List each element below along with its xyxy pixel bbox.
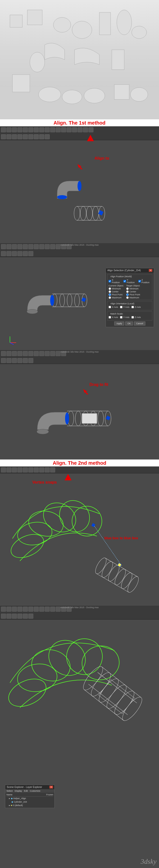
tool-btn[interactable] (28, 358, 33, 363)
pipe-elbow[interactable] (52, 176, 87, 204)
tool-btn[interactable] (56, 127, 61, 132)
tool-btn[interactable] (45, 467, 50, 472)
tool-btn[interactable] (28, 351, 33, 356)
radio-max[interactable]: Maximum (126, 297, 140, 299)
tool-btn[interactable] (18, 251, 22, 256)
cancel-button[interactable]: Cancel (134, 321, 145, 326)
tool-btn[interactable] (6, 251, 11, 256)
tool-btn[interactable] (6, 614, 11, 619)
x-scale-checkbox[interactable]: X Axis (108, 316, 118, 318)
tool-btn[interactable] (67, 127, 71, 132)
z-pos-checkbox[interactable]: Z Position (138, 279, 151, 284)
y-scale-checkbox[interactable]: Y Axis (120, 316, 129, 318)
tool-btn[interactable] (12, 607, 17, 612)
tool-btn[interactable] (28, 467, 33, 472)
tool-btn[interactable] (34, 127, 39, 132)
tool-btn[interactable] (18, 614, 22, 619)
tool-btn[interactable] (50, 244, 55, 249)
tool-btn[interactable] (18, 134, 22, 139)
viewport-1[interactable]: Align to (0, 126, 159, 243)
tool-btn[interactable] (39, 127, 44, 132)
tool-btn[interactable] (18, 467, 22, 472)
dialog-titlebar[interactable]: Align Selection (Cylinder_154) × (106, 268, 154, 273)
tool-btn[interactable] (1, 467, 6, 472)
tool-btn[interactable] (83, 127, 88, 132)
radio-pivot[interactable]: Pivot Point (108, 293, 124, 296)
tool-btn[interactable] (23, 244, 28, 249)
pipes-drag[interactable] (32, 402, 122, 444)
wire-joined[interactable] (2, 628, 157, 777)
tool-btn[interactable] (23, 614, 28, 619)
tool-btn[interactable] (39, 244, 44, 249)
tool-btn[interactable] (39, 467, 44, 472)
tool-btn[interactable] (12, 127, 17, 132)
tool-btn[interactable] (34, 351, 39, 356)
menu-item[interactable]: Display (15, 790, 22, 792)
viewport-2[interactable]: Autodesk 3ds Max 2015 - Ducting.max Alig… (0, 243, 159, 350)
tool-btn[interactable] (1, 358, 6, 363)
tool-btn[interactable] (12, 467, 17, 472)
tool-btn[interactable] (1, 134, 6, 139)
tool-btn[interactable] (34, 134, 39, 139)
tool-btn[interactable] (34, 607, 39, 612)
tool-btn[interactable] (77, 127, 83, 132)
tool-btn[interactable] (28, 134, 33, 139)
menu-item[interactable]: Edit (24, 790, 28, 792)
tool-btn[interactable] (12, 134, 17, 139)
menu-item[interactable]: Customize (30, 790, 40, 792)
tool-btn[interactable] (1, 614, 6, 619)
tool-btn[interactable] (39, 607, 44, 612)
radio-center[interactable]: Center (108, 290, 124, 293)
tool-btn[interactable] (6, 467, 11, 472)
tool-btn[interactable] (45, 351, 50, 356)
x-pos-checkbox[interactable]: X Position (108, 279, 122, 284)
radio-min[interactable]: Minimum (126, 287, 140, 290)
tool-btn[interactable] (50, 607, 55, 612)
z-axis-checkbox[interactable]: Z Axis (131, 306, 141, 308)
toolbar-2[interactable]: Autodesk 3ds Max 2015 - Ducting.max (0, 243, 159, 257)
y-axis-checkbox[interactable]: Y Axis (120, 306, 129, 308)
tool-btn[interactable] (39, 134, 44, 139)
tool-btn[interactable] (72, 127, 77, 132)
tool-btn[interactable] (34, 467, 39, 472)
toolbar-3[interactable]: Autodesk 3ds Max 2015 - Ducting.max (0, 350, 159, 364)
radio-max[interactable]: Maximum (108, 297, 124, 299)
tool-btn[interactable] (1, 607, 6, 612)
tool-btn[interactable] (6, 351, 11, 356)
tool-btn[interactable] (18, 127, 22, 132)
tool-btn[interactable] (23, 467, 28, 472)
x-axis-checkbox[interactable]: X Axis (108, 306, 118, 308)
viewport-4[interactable]: Vertex snaps blue box to blue box (0, 466, 159, 606)
viewport-5[interactable]: Autodesk 3ds Max 2015 - Ducting.max (0, 606, 159, 868)
tool-btn[interactable] (6, 607, 11, 612)
tool-btn[interactable] (1, 244, 6, 249)
tool-btn[interactable] (28, 614, 33, 619)
tool-btn[interactable] (12, 614, 17, 619)
toolbar-4[interactable] (0, 466, 159, 473)
tool-btn[interactable] (28, 607, 33, 612)
tool-btn[interactable] (18, 358, 22, 363)
close-icon[interactable]: × (149, 269, 152, 272)
list-item[interactable]: ◆ Cylinder_154 (6, 800, 53, 804)
wire-scene[interactable] (5, 489, 154, 603)
tool-btn[interactable] (6, 134, 11, 139)
tool-btn[interactable] (50, 127, 55, 132)
tool-btn[interactable] (1, 127, 6, 132)
tool-btn[interactable] (12, 358, 17, 363)
tool-btn[interactable] (61, 127, 66, 132)
tool-btn[interactable] (6, 127, 11, 132)
tool-btn[interactable] (6, 244, 11, 249)
tool-btn[interactable] (28, 244, 33, 249)
menu-item[interactable]: Select (6, 790, 13, 792)
pipe-cylinder-wire[interactable] (69, 201, 114, 228)
tool-btn[interactable] (23, 351, 28, 356)
tool-btn[interactable] (18, 351, 22, 356)
tool-btn[interactable] (89, 127, 93, 132)
scene-explorer[interactable]: Scene Explorer - Layer Explorer × Select… (5, 785, 55, 808)
tool-btn[interactable] (1, 251, 6, 256)
close-icon[interactable]: × (50, 786, 53, 788)
tool-btn[interactable] (6, 358, 11, 363)
tool-btn[interactable] (39, 351, 44, 356)
tool-btn[interactable] (12, 351, 17, 356)
tool-btn[interactable] (23, 607, 28, 612)
